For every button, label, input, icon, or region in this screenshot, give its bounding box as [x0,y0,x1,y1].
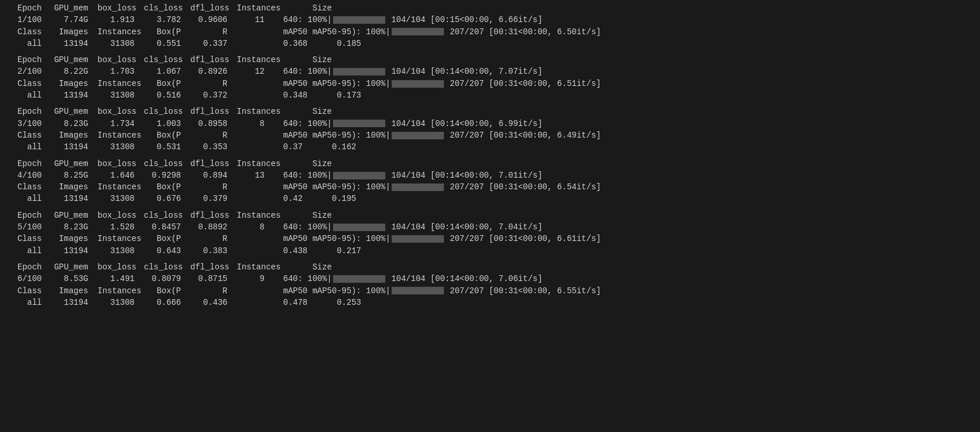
box-loss-label: box_loss [97,2,144,14]
r-val: 0.436 [190,297,237,308]
map50-label: mAP50 mAP50-95): 100%| [283,131,390,140]
epoch-val-data-row-4: all13194313080.6760.3790.42 0.195 [0,193,980,204]
epoch-value: 1/100 [5,14,51,26]
train-progress-bar [333,68,385,75]
instances-val: 31308 [97,141,144,153]
dfl-loss-label: dfl_loss [190,158,237,170]
train-progress-section: 640: 100%| 104/104 [00:14<00:00, 7.04it/… [283,221,543,233]
val-steps: 207/207 [00:31<00:00, 6.55it/s] [445,286,601,296]
r-label: R [190,129,237,141]
images-val: 13194 [51,89,97,101]
gpu-mem-value: 8.25G [51,170,97,181]
epoch-val-header-row-6: ClassImagesInstancesBox(PRmAP50 mAP50-95… [0,285,980,297]
epoch-value: 4/100 [5,170,51,181]
spacer [237,233,283,244]
r-val: 0.337 [190,38,237,49]
map50-label: mAP50 mAP50-95): 100%| [283,234,390,243]
class-label: Class [5,285,51,297]
r-val: 0.372 [190,89,237,101]
spacer [237,129,283,141]
r-val: 0.353 [190,141,237,153]
gpu-mem-value: 8.23G [51,118,97,129]
box-p-val: 0.551 [144,38,190,49]
class-label: Class [5,78,51,89]
map50-val: 0.368 [283,39,308,48]
size-label: Size [283,210,332,221]
instances-val: 31308 [97,245,144,257]
all-label: all [5,193,51,204]
epoch-val-header-row-4: ClassImagesInstancesBox(PRmAP50 mAP50-95… [0,181,980,193]
boxp-label: Box(P [144,129,190,141]
train-steps: 104/104 [00:15<00:00, 6.66it/s] [386,15,543,24]
r-label: R [190,233,237,244]
map50-label: mAP50 mAP50-95): 100%| [283,27,390,37]
size-value: 640: 100%| [283,274,332,283]
spacer2 [237,38,283,49]
train-progress-bar [333,120,385,127]
dfl-loss-label: dfl_loss [190,261,237,273]
epoch-data-row-4: 4/1008.25G1.6460.92980.89413640: 100%| 1… [0,170,980,181]
box-loss-value: 1.491 [97,273,144,285]
spacer [237,26,283,38]
map5095-val: 0.185 [308,39,361,48]
gpu-mem-label: GPU_mem [51,106,97,117]
cls-loss-label: cls_loss [144,261,190,273]
map50-val: 0.348 [283,91,308,100]
box-p-val: 0.676 [144,193,190,204]
map5095-val: 0.173 [308,91,361,100]
images-label: Images [51,26,97,38]
box-loss-value: 1.913 [97,14,144,26]
cls-loss-value: 3.782 [144,14,190,26]
epoch-data-row-3: 3/1008.23G1.7341.0030.89588640: 100%| 10… [0,118,980,129]
spacer [237,285,283,297]
instances-value: 11 [237,14,283,26]
instances-col-label: Instances [97,233,144,244]
epoch-val-header-row-5: ClassImagesInstancesBox(PRmAP50 mAP50-95… [0,233,980,244]
spacer2 [237,245,283,257]
instances-label: Instances [237,54,283,66]
map50-val: 0.37 [283,142,303,152]
r-label: R [190,181,237,193]
dfl-loss-label: dfl_loss [190,106,237,117]
train-progress-section: 640: 100%| 104/104 [00:14<00:00, 7.06it/… [283,273,543,285]
boxp-label: Box(P [144,181,190,193]
spacer2 [237,141,283,153]
images-val: 13194 [51,193,97,204]
size-label: Size [283,106,332,117]
images-label: Images [51,129,97,141]
map-header-section: mAP50 mAP50-95): 100%| 207/207 [00:31<00… [283,129,601,141]
images-label: Images [51,181,97,193]
epoch-data-row-5: 5/1008.23G1.5280.84570.88928640: 100%| 1… [0,221,980,233]
val-steps: 207/207 [00:31<00:00, 6.49it/s] [445,131,601,140]
gpu-mem-label: GPU_mem [51,210,97,221]
train-progress-section: 640: 100%| 104/104 [00:15<00:00, 6.66it/… [283,14,543,26]
map50-val: 0.478 [283,298,308,307]
epoch-block-5: EpochGPU_membox_losscls_lossdfl_lossInst… [0,210,980,260]
val-progress-bar [392,183,444,191]
box-loss-label: box_loss [97,54,144,66]
map-header-section: mAP50 mAP50-95): 100%| 207/207 [00:31<00… [283,285,601,297]
train-steps: 104/104 [00:14<00:00, 7.04it/s] [386,222,543,232]
all-label: all [5,141,51,153]
train-progress-section: 640: 100%| 104/104 [00:14<00:00, 6.99it/… [283,118,543,129]
instances-col-label: Instances [97,26,144,38]
instances-val: 31308 [97,297,144,308]
size-label: Size [283,158,332,170]
gpu-mem-value: 8.53G [51,273,97,285]
cls-loss-label: cls_loss [144,210,190,221]
gpu-mem-value: 7.74G [51,14,97,26]
box-loss-value: 1.734 [97,118,144,129]
dfl-loss-label: dfl_loss [190,54,237,66]
box-loss-value: 1.703 [97,66,144,77]
map5095-val: 0.162 [303,142,356,152]
cls-loss-value: 0.8457 [144,221,190,233]
size-value: 640: 100%| [283,222,332,232]
images-val: 13194 [51,245,97,257]
epoch-header-row-4: EpochGPU_membox_losscls_lossdfl_lossInst… [0,158,980,170]
dfl-loss-value: 0.8892 [190,221,237,233]
epoch-block-1: EpochGPU_membox_losscls_lossdfl_lossInst… [0,2,980,53]
epoch-val-header-row-1: ClassImagesInstancesBox(PRmAP50 mAP50-95… [0,26,980,38]
map-header-section: mAP50 mAP50-95): 100%| 207/207 [00:31<00… [283,233,601,244]
val-progress-bar [392,235,444,243]
size-label: Size [283,54,332,66]
